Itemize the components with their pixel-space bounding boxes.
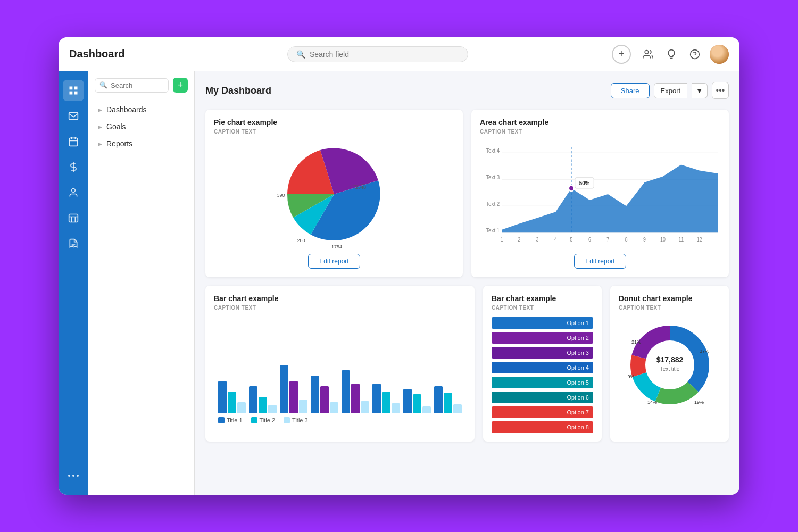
sidebar-icon-receipt[interactable] bbox=[63, 233, 84, 254]
icon-sidebar bbox=[59, 71, 88, 495]
bar-h-row-1: Option 1 bbox=[492, 317, 593, 329]
sidebar-search[interactable]: 🔍 bbox=[95, 78, 169, 93]
pie-label-390: 390 bbox=[277, 193, 285, 198]
area-tooltip-dot bbox=[569, 185, 574, 191]
donut-container: $17,882 Text title 37% 19% 14% 9% 21% bbox=[619, 317, 720, 413]
donut-svg: $17,882 Text title 37% 19% 14% 9% 21% bbox=[619, 314, 720, 415]
sidebar-icon-mail[interactable] bbox=[63, 105, 84, 127]
bar-h-row-3: Option 3 bbox=[492, 347, 593, 359]
sidebar-icon-dollar[interactable] bbox=[63, 156, 84, 178]
chevron-right-icon: ▶ bbox=[98, 124, 102, 130]
export-button[interactable]: Export bbox=[654, 83, 688, 98]
svg-rect-11 bbox=[69, 214, 78, 222]
sidebar-icon-calendar[interactable] bbox=[63, 131, 84, 152]
donut-chart-card: Donut chart example CAPTION TEXT bbox=[610, 286, 729, 442]
bar-seg-blue bbox=[249, 386, 257, 413]
chevron-right-icon: ▶ bbox=[98, 107, 102, 113]
bar-h-container: Option 1 Option 2 Option 3 bbox=[492, 317, 593, 433]
sidebar-item-label: Goals bbox=[106, 122, 126, 131]
svg-text:9: 9 bbox=[643, 236, 646, 243]
svg-text:2: 2 bbox=[518, 236, 520, 243]
svg-text:3: 3 bbox=[536, 236, 539, 243]
search-icon: 🔍 bbox=[296, 50, 305, 59]
legend-label-2: Title 2 bbox=[260, 417, 276, 423]
pie-chart-title: Pie chart example bbox=[214, 118, 454, 127]
pie-chart-container: 2548 280 1754 390 bbox=[214, 141, 454, 247]
sidebar-icon-grid[interactable] bbox=[63, 80, 84, 101]
bar-seg-purple bbox=[320, 386, 329, 413]
bar-seg-light bbox=[330, 402, 338, 413]
donut-pct-cyan: 14% bbox=[647, 400, 656, 405]
donut-center-label: Text title bbox=[660, 366, 679, 372]
bar-h-label-1: Option 1 bbox=[567, 320, 589, 326]
sidebar-icon-person[interactable] bbox=[63, 182, 84, 203]
search-input[interactable] bbox=[310, 50, 459, 59]
svg-rect-5 bbox=[70, 92, 73, 95]
bar-seg-cyan bbox=[259, 397, 267, 413]
bar-seg-cyan bbox=[382, 392, 390, 413]
area-edit-button[interactable]: Edit report bbox=[574, 254, 626, 269]
bar-seg-light bbox=[422, 406, 431, 413]
pie-chart-svg: 2548 280 1754 390 bbox=[281, 141, 387, 247]
bar-group-1 bbox=[218, 381, 246, 413]
svg-point-10 bbox=[72, 189, 76, 193]
bar-seg-blue bbox=[434, 386, 443, 413]
legend-label-1: Title 1 bbox=[227, 417, 243, 423]
bar-h-bar-3: Option 3 bbox=[492, 347, 593, 359]
avatar[interactable] bbox=[710, 45, 729, 64]
legend-dot-2 bbox=[251, 417, 257, 423]
svg-rect-7 bbox=[69, 112, 78, 119]
svg-text:11: 11 bbox=[678, 236, 684, 243]
svg-point-12 bbox=[68, 475, 70, 477]
svg-text:Text 2: Text 2 bbox=[486, 201, 500, 207]
legend-dot-1 bbox=[218, 417, 225, 423]
sidebar-item-label: Reports bbox=[106, 139, 132, 148]
svg-text:1: 1 bbox=[501, 236, 503, 243]
svg-text:Text 3: Text 3 bbox=[486, 174, 500, 181]
page-title: My Dashboard bbox=[205, 85, 271, 96]
bar-h-label-2: Option 2 bbox=[567, 335, 589, 341]
bar-h-label-3: Option 3 bbox=[567, 350, 589, 356]
area-chart-card: Area chart example CAPTION TEXT Text 4 T… bbox=[471, 110, 729, 277]
bar-seg-blue bbox=[403, 389, 412, 413]
bar-group-3 bbox=[280, 365, 307, 413]
lightbulb-icon[interactable] bbox=[663, 46, 680, 63]
export-caret-button[interactable]: ▼ bbox=[692, 83, 708, 98]
add-button[interactable]: + bbox=[612, 45, 631, 64]
bar-h-label-7: Option 7 bbox=[567, 409, 589, 415]
donut-pct-red: 9% bbox=[627, 374, 634, 379]
svg-rect-3 bbox=[70, 87, 73, 90]
legend-dot-3 bbox=[284, 417, 290, 423]
bar-v-title: Bar chart example bbox=[214, 294, 466, 303]
bar-h-bar-6: Option 6 bbox=[492, 392, 593, 403]
sidebar-icon-warehouse[interactable] bbox=[63, 207, 84, 229]
svg-text:Text 4: Text 4 bbox=[486, 148, 500, 154]
sidebar-item-dashboards[interactable]: ▶ Dashboards bbox=[95, 101, 188, 118]
sidebar-item-label: Dashboards bbox=[106, 105, 147, 114]
users-icon[interactable] bbox=[639, 46, 656, 63]
bar-seg-blue bbox=[372, 384, 381, 413]
sidebar-icon-more[interactable] bbox=[63, 465, 84, 486]
share-button[interactable]: Share bbox=[611, 83, 650, 98]
bar-h-bar-2: Option 2 bbox=[492, 332, 593, 344]
top-search-bar[interactable]: 🔍 bbox=[287, 46, 468, 62]
sidebar-item-goals[interactable]: ▶ Goals bbox=[95, 118, 188, 135]
bar-v-legend: Title 1 Title 2 Title 3 bbox=[214, 417, 466, 423]
bar-seg-cyan bbox=[413, 394, 421, 413]
bar-seg-light bbox=[268, 405, 277, 413]
bar-group-6 bbox=[372, 384, 400, 413]
more-options-button[interactable]: ••• bbox=[712, 82, 729, 99]
help-icon[interactable] bbox=[686, 46, 703, 63]
sidebar-add-button[interactable]: + bbox=[173, 78, 188, 93]
pie-edit-button[interactable]: Edit report bbox=[308, 254, 360, 269]
nav-sidebar: 🔍 + ▶ Dashboards ▶ Goals ▶ Reports bbox=[88, 71, 195, 495]
bar-h-row-7: Option 7 bbox=[492, 406, 593, 418]
bar-h-label-6: Option 6 bbox=[567, 394, 589, 401]
bar-h-row-2: Option 2 bbox=[492, 332, 593, 344]
sidebar-search-input[interactable] bbox=[111, 81, 164, 89]
sidebar-item-reports[interactable]: ▶ Reports bbox=[95, 135, 188, 152]
bar-h-title: Bar chart example bbox=[492, 294, 593, 303]
bar-h-bar-8: Option 8 bbox=[492, 421, 593, 433]
bar-seg-blue bbox=[311, 376, 319, 413]
bar-h-bar-4: Option 4 bbox=[492, 362, 593, 373]
